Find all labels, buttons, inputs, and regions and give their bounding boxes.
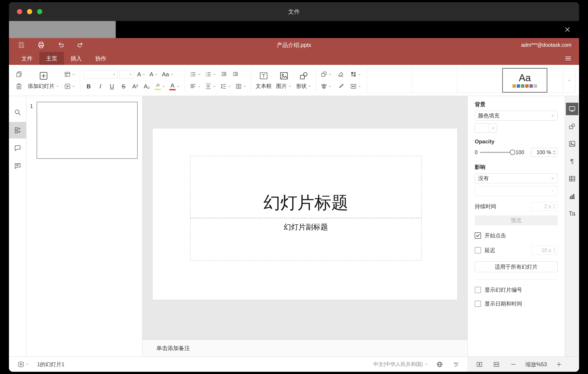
shape-settings-tab[interactable]	[566, 120, 578, 133]
redo-button[interactable]	[75, 40, 85, 50]
delay-spinner[interactable]: 10 s	[531, 246, 558, 255]
editor-center: 幻灯片标题 幻灯片副标题 单击添加备注	[143, 96, 467, 357]
increase-font-button[interactable]: A	[136, 69, 147, 79]
copy-button[interactable]	[14, 69, 24, 79]
vertical-align-button[interactable]	[204, 81, 217, 91]
start-slideshow-status-button[interactable]	[17, 360, 30, 369]
highlight-color-button[interactable]	[154, 81, 167, 91]
theme-gallery-expand-button[interactable]	[563, 68, 576, 93]
show-date-time-checkbox[interactable]	[475, 301, 481, 307]
numbering-button[interactable]: 123	[204, 69, 217, 79]
bullets-button[interactable]	[189, 69, 202, 79]
decrease-indent-button[interactable]	[219, 69, 229, 79]
theme-option-selected[interactable]: Aa	[502, 68, 547, 93]
arrange-shape-button[interactable]	[319, 69, 333, 79]
show-slide-number-checkbox[interactable]	[475, 287, 481, 293]
start-slideshow-button[interactable]	[63, 81, 76, 91]
duration-spinner[interactable]: 2 s	[531, 202, 558, 211]
table-settings-tab[interactable]	[566, 173, 578, 185]
theme-option[interactable]	[412, 68, 457, 93]
subscript-button[interactable]: A₂	[142, 81, 152, 91]
tab-home[interactable]: 主页	[39, 52, 64, 65]
insert-textbox-button[interactable]: T 文本框	[253, 67, 274, 93]
add-slide-button[interactable]: 添加幻灯片	[25, 67, 62, 93]
undo-icon	[57, 41, 64, 49]
close-editor-button[interactable]	[563, 25, 572, 34]
save-button[interactable]	[17, 40, 26, 50]
slide-thumbnail[interactable]	[37, 102, 138, 159]
slide-size-button[interactable]	[349, 81, 362, 91]
color-scheme-button[interactable]	[349, 69, 362, 79]
fit-to-slide-button[interactable]	[474, 360, 484, 369]
title-placeholder[interactable]: 幻灯片标题	[190, 156, 421, 218]
view-settings-button[interactable]	[563, 53, 573, 64]
start-on-click-checkbox[interactable]	[475, 232, 481, 239]
chevron-down-icon	[328, 73, 332, 76]
columns-button[interactable]	[234, 81, 248, 91]
close-window-button[interactable]	[17, 9, 22, 14]
fill-type-select[interactable]: 颜色填充	[475, 111, 558, 121]
font-size-combo[interactable]	[119, 70, 134, 79]
superscript-button[interactable]: A²	[130, 81, 140, 91]
image-settings-tab[interactable]	[566, 138, 578, 150]
theme-option[interactable]	[457, 68, 502, 93]
fit-to-width-button[interactable]	[492, 360, 501, 369]
bold-button[interactable]: B	[84, 81, 94, 91]
effect-type-select[interactable]	[475, 186, 558, 196]
apply-to-all-slides-button[interactable]: 适用于所有幻灯片	[475, 262, 558, 272]
increase-indent-button[interactable]	[231, 69, 240, 79]
comments-button[interactable]	[9, 140, 26, 156]
toolbar-group-slide-settings	[347, 69, 364, 91]
insert-image-button[interactable]: 图片	[274, 67, 294, 93]
tab-file[interactable]: 文件	[15, 52, 39, 65]
horizontal-align-button[interactable]	[189, 81, 202, 91]
change-layout-button[interactable]	[63, 69, 76, 79]
tab-collaboration[interactable]: 协作	[88, 52, 113, 65]
opacity-slider-knob[interactable]	[510, 150, 515, 155]
plus-icon	[556, 361, 562, 368]
zoom-out-button[interactable]	[508, 360, 518, 369]
font-name-combo[interactable]	[84, 70, 118, 79]
fit-width-icon	[493, 361, 500, 368]
delay-checkbox[interactable]	[475, 247, 481, 253]
zoom-window-button[interactable]	[37, 9, 42, 14]
paste-button[interactable]	[14, 81, 24, 91]
theme-option[interactable]	[547, 68, 563, 93]
zoom-in-button[interactable]	[554, 360, 564, 369]
undo-button[interactable]	[56, 40, 66, 50]
set-language-button[interactable]	[435, 360, 445, 369]
language-select[interactable]: 中文(中华人民共和国)	[373, 361, 428, 368]
minimize-window-button[interactable]	[27, 9, 32, 14]
slide-editor[interactable]: 幻灯片标题 幻灯片副标题	[152, 128, 458, 300]
insert-shape-button[interactable]: 形状	[294, 67, 314, 93]
search-button[interactable]	[9, 104, 26, 121]
chevron-down-icon	[228, 85, 231, 88]
theme-option[interactable]	[367, 68, 412, 93]
copy-style-button[interactable]	[336, 81, 346, 91]
slide-settings-tab[interactable]	[566, 103, 578, 115]
print-button[interactable]	[36, 40, 46, 50]
italic-button[interactable]: I	[95, 81, 105, 91]
align-shape-button[interactable]	[319, 81, 333, 91]
subtitle-placeholder[interactable]: 幻灯片副标题	[190, 218, 421, 261]
tab-insert[interactable]: 插入	[64, 52, 88, 65]
decrease-font-button[interactable]: A	[148, 69, 159, 79]
line-spacing-button[interactable]	[219, 81, 232, 91]
effect-select[interactable]: 没有	[475, 173, 558, 183]
slides-panel-button[interactable]	[9, 122, 26, 138]
spellcheck-button[interactable]: ABC	[451, 360, 461, 369]
paragraph-settings-tab[interactable]: ¶	[566, 155, 578, 167]
preview-button[interactable]: 预览	[475, 215, 558, 225]
fill-color-select[interactable]	[475, 123, 497, 133]
clear-style-button[interactable]	[336, 69, 346, 79]
notes-area[interactable]: 单击添加备注	[143, 340, 467, 357]
opacity-value-spinner[interactable]: 100 %	[531, 148, 558, 157]
traffic-lights	[17, 9, 42, 14]
textart-settings-tab[interactable]: Ta	[566, 207, 578, 220]
chat-button[interactable]	[9, 158, 26, 174]
strikethrough-button[interactable]: S	[119, 81, 128, 91]
change-case-button[interactable]: Aa	[161, 69, 175, 79]
chart-settings-tab[interactable]	[566, 190, 578, 202]
font-color-button[interactable]: A	[168, 81, 181, 91]
underline-button[interactable]: U	[107, 81, 117, 91]
